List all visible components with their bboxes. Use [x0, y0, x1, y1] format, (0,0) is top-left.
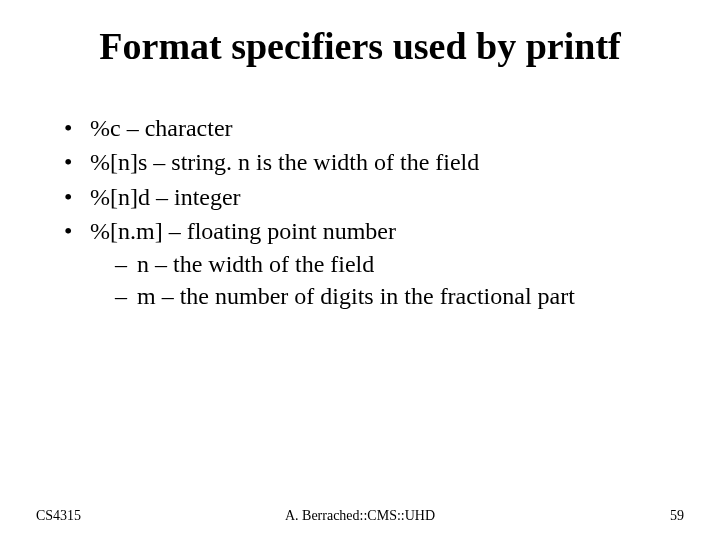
footer-right: 59: [670, 508, 684, 524]
sub-list-item-text: n – the width of the field: [137, 251, 374, 277]
slide-body: %c – character %[n]s – string. n is the …: [60, 112, 680, 314]
slide-title: Format specifiers used by printf: [0, 24, 720, 68]
slide: Format specifiers used by printf %c – ch…: [0, 0, 720, 540]
bullet-list: %c – character %[n]s – string. n is the …: [60, 112, 680, 312]
list-item: %[n]s – string. n is the width of the fi…: [60, 146, 680, 178]
sub-list: n – the width of the field m – the numbe…: [115, 248, 680, 313]
footer-center: A. Berrached::CMS::UHD: [0, 508, 720, 524]
list-item-text: %[n.m] – floating point number: [90, 218, 396, 244]
sub-list-item: n – the width of the field: [115, 248, 680, 280]
list-item-text: %c – character: [90, 115, 233, 141]
list-item-text: %[n]d – integer: [90, 184, 241, 210]
sub-list-item-text: m – the number of digits in the fraction…: [137, 283, 575, 309]
sub-list-item: m – the number of digits in the fraction…: [115, 280, 680, 312]
list-item: %[n.m] – floating point number n – the w…: [60, 215, 680, 312]
list-item: %[n]d – integer: [60, 181, 680, 213]
list-item: %c – character: [60, 112, 680, 144]
list-item-text: %[n]s – string. n is the width of the fi…: [90, 149, 479, 175]
